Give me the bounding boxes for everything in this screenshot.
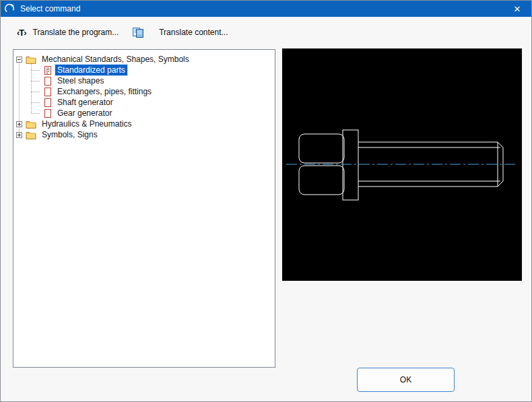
toolbar: ‹T› Translate the program... Translate c…: [13, 22, 519, 42]
tree-item-exchangers-pipes-fittings[interactable]: Exchangers, pipes, fittings: [13, 86, 275, 97]
expand-icon[interactable]: [16, 132, 22, 138]
tree-item-label: Shaft generator: [55, 97, 115, 108]
tree-item-steel-shapes[interactable]: Steel shapes: [13, 75, 275, 86]
tree-item-symbols-signs[interactable]: Symbols, Signs: [13, 129, 275, 140]
close-button[interactable]: ✕: [503, 1, 531, 17]
titlebar: Select command ✕: [1, 1, 531, 17]
tree-item-label: Steel shapes: [55, 75, 106, 86]
window-title: Select command: [20, 4, 80, 13]
folder-icon: [26, 55, 36, 64]
preview-panel: [282, 48, 522, 281]
translate-program-icon: ‹T›: [17, 28, 26, 38]
tree-item-label: Symbols, Signs: [40, 129, 100, 140]
tree-item-mechanical-standards[interactable]: Mechanical Standards, Shapes, Symbols: [13, 54, 275, 65]
bolt-drawing: [282, 48, 522, 281]
tree-item-shaft-generator[interactable]: Shaft generator: [13, 97, 275, 108]
tree-item-label: Standardized parts: [55, 65, 127, 75]
tree-item-label: Exchangers, pipes, fittings: [55, 86, 154, 97]
expand-icon[interactable]: [16, 121, 22, 127]
document-icon: [44, 77, 52, 86]
folder-icon: [26, 131, 36, 139]
ok-button[interactable]: OK: [357, 368, 455, 392]
translate-content-label: Translate content...: [159, 28, 228, 37]
document-list-icon: [44, 66, 52, 75]
tree-item-label: Hydraulics & Pneumatics: [40, 119, 133, 129]
tree-item-standardized-parts[interactable]: Standardized parts: [13, 65, 275, 75]
translate-program-button[interactable]: ‹T› Translate the program...: [13, 25, 123, 40]
tree-item-label: Gear generator: [55, 108, 114, 119]
command-tree: Mechanical Standards, Shapes, Symbols St…: [13, 49, 275, 368]
folder-icon: [26, 120, 36, 129]
tree-item-label: Mechanical Standards, Shapes, Symbols: [40, 54, 191, 65]
tree-item-gear-generator[interactable]: Gear generator: [13, 108, 275, 119]
document-icon: [44, 109, 52, 118]
document-icon: [44, 98, 52, 107]
tree-item-hydraulics-pneumatics[interactable]: Hydraulics & Pneumatics: [13, 119, 275, 129]
app-icon: [5, 3, 15, 14]
translate-content-button[interactable]: Translate content...: [128, 24, 232, 41]
collapse-icon[interactable]: [16, 57, 22, 63]
document-icon: [44, 88, 52, 96]
translate-program-label: Translate the program...: [33, 28, 119, 37]
translate-content-icon: [132, 27, 144, 38]
select-command-dialog: Select command ✕ ‹T› Translate the progr…: [0, 0, 532, 402]
